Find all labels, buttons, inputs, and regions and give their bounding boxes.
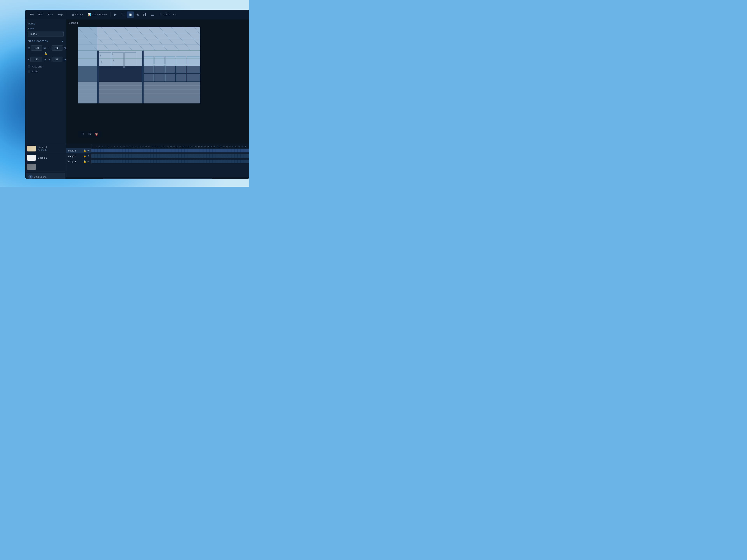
ruler-mark-7: 7: [110, 145, 113, 148]
ruler-mark-46: 46: [231, 145, 235, 148]
menu-help[interactable]: Help: [55, 12, 65, 17]
ruler-mark-45: 45: [228, 145, 231, 148]
track-name-2: Image 2: [68, 155, 76, 158]
name-input[interactable]: [28, 31, 63, 37]
code-tool-button[interactable]: </>: [171, 11, 178, 18]
x-input[interactable]: [30, 57, 43, 62]
scene-thumbnail-2: [27, 155, 36, 161]
timer-icon: ⏱: [38, 149, 40, 152]
mute-button[interactable]: 🔇: [93, 131, 100, 137]
track-eye-crossed-icon-3[interactable]: 👁: [87, 160, 90, 163]
track-lock-icon-1[interactable]: 🔒: [83, 149, 86, 152]
lock-row: 🔒: [28, 52, 63, 55]
scale-label: Scale: [32, 70, 38, 73]
auto-size-label: Auto-size: [32, 65, 43, 68]
timeline-scrollbar[interactable]: [66, 177, 249, 179]
reset-button[interactable]: ↺: [79, 131, 85, 137]
data-service-button[interactable]: 📊 Data Service: [85, 12, 109, 17]
width-unit: px: [43, 47, 46, 49]
scene-item-1[interactable]: Scene 1 ⏱ 50s ↻: [25, 144, 66, 153]
time-ruler-row: 1 2 3 4 5 6 7 8 9 10 11 12 13 14 15 16 1: [66, 144, 249, 148]
track-label-image1[interactable]: Image 1 🔒 👁: [66, 148, 92, 153]
toolbar-tools: ▶ T ⊡ ◉ ▷▌ ▬ ❄ 12:00 </>: [112, 11, 178, 18]
width-height-row: W px H px: [28, 45, 63, 51]
track-bar-3: [92, 160, 249, 163]
scene-name-1: Scene 1: [38, 145, 64, 149]
rect-tool-button[interactable]: ▬: [149, 11, 156, 18]
scrollbar-thumb: [103, 178, 212, 179]
track-icons-2: 🔒 👁: [83, 155, 90, 158]
preview-image: [78, 27, 200, 103]
track-timeline-2[interactable]: [92, 153, 249, 159]
name-field-label: Name: [28, 27, 63, 30]
ruler-mark-49: 49: [241, 145, 244, 148]
collapse-button[interactable]: ▲: [61, 40, 63, 43]
add-scene-label: Add Scene: [34, 176, 47, 178]
mute-icon: 🔇: [95, 133, 98, 136]
width-input[interactable]: [31, 45, 42, 51]
menu-edit[interactable]: Edit: [36, 12, 45, 17]
track-bar-2: [92, 154, 249, 158]
cursor-tool-button[interactable]: ▶: [112, 11, 119, 18]
plus-circle-icon: +: [28, 175, 33, 179]
library-button[interactable]: ⊞ Library: [70, 12, 85, 17]
track-lock-icon-2[interactable]: 🔒: [83, 155, 86, 158]
clock-tool-button[interactable]: 12:00: [164, 11, 171, 18]
track-timeline-3[interactable]: [92, 159, 249, 164]
timeline-area: Scene 1 ⏱ 50s ↻ Scene 2 + Add: [25, 144, 249, 179]
track-row-3: Image 3 🔒 👁: [66, 159, 249, 164]
track-eye-icon-2[interactable]: 👁: [87, 155, 90, 158]
video-tool-button[interactable]: ▷▌: [141, 11, 149, 18]
lock-icon[interactable]: 🔒: [44, 52, 47, 55]
track-timeline-1[interactable]: [92, 148, 249, 153]
toolbar-items: ⊞ Library 📊 Data Service: [70, 12, 109, 17]
auto-size-checkbox[interactable]: [28, 65, 30, 68]
y-label: Y: [49, 58, 50, 61]
ruler-mark-38: 38: [207, 145, 210, 148]
section-title-image: IMAGE: [28, 23, 63, 25]
time-ruler: 1 2 3 4 5 6 7 8 9 10 11 12 13 14 15 16 1: [92, 144, 247, 148]
ruler-mark-6: 6: [107, 145, 110, 148]
media-icon: ◉: [136, 12, 139, 16]
video-icon: ▷▌: [144, 13, 147, 16]
weather-tool-button[interactable]: ❄: [156, 11, 163, 18]
scene-list: Scene 1 ⏱ 50s ↻ Scene 2 + Add: [25, 144, 66, 179]
menu-bar: File Edit View Help ⊞ Library 📊 Data Ser…: [25, 10, 249, 20]
scale-checkbox[interactable]: [28, 70, 30, 73]
size-position-header: SIZE & POSITION ▲: [28, 40, 63, 43]
ruler-mark-19: 19: [148, 145, 151, 148]
ruler-mark-14: 14: [132, 145, 135, 148]
ruler-mark-25: 25: [166, 145, 169, 148]
scene-item-2[interactable]: Scene 2: [25, 153, 66, 162]
data-service-icon: 📊: [87, 13, 91, 16]
image-tool-button[interactable]: ⊡: [127, 11, 134, 18]
track-bar-1: [92, 149, 249, 153]
track-label-image3[interactable]: Image 3 🔒 👁: [66, 159, 92, 164]
track-eye-icon-1[interactable]: 👁: [87, 149, 90, 152]
add-scene-button[interactable]: + Add Scene: [26, 173, 65, 179]
ruler-mark-36: 36: [200, 145, 204, 148]
library-label: Library: [75, 13, 83, 16]
menu-view[interactable]: View: [45, 12, 55, 17]
track-lock-icon-3[interactable]: 🔒: [83, 160, 86, 163]
x-label: X: [28, 58, 29, 61]
ruler-mark-18: 18: [144, 145, 148, 148]
menu-items: File Edit View Help: [28, 12, 65, 17]
stack-button[interactable]: ⧉: [86, 131, 93, 137]
scene-thumbnail-3: [27, 164, 36, 170]
canvas-main: Scene 1: [66, 20, 249, 144]
scene-name-2: Scene 2: [38, 156, 64, 159]
text-icon: T: [122, 13, 124, 16]
track-label-image2[interactable]: Image 2 🔒 👁: [66, 153, 92, 159]
text-tool-button[interactable]: T: [120, 11, 126, 18]
main-content: IMAGE Name SIZE & POSITION ▲ W px H px 🔒: [25, 20, 249, 144]
height-input[interactable]: [52, 45, 63, 51]
menu-file[interactable]: File: [28, 12, 35, 17]
media-tool-button[interactable]: ◉: [134, 11, 141, 18]
ruler-mark-33: 33: [191, 145, 194, 148]
scene-item-3[interactable]: [25, 162, 66, 171]
ruler-mark-30: 30: [182, 145, 185, 148]
track-row-1: Image 1 🔒 👁: [66, 148, 249, 153]
ruler-mark-2: 2: [95, 145, 98, 148]
y-input[interactable]: [52, 57, 62, 62]
